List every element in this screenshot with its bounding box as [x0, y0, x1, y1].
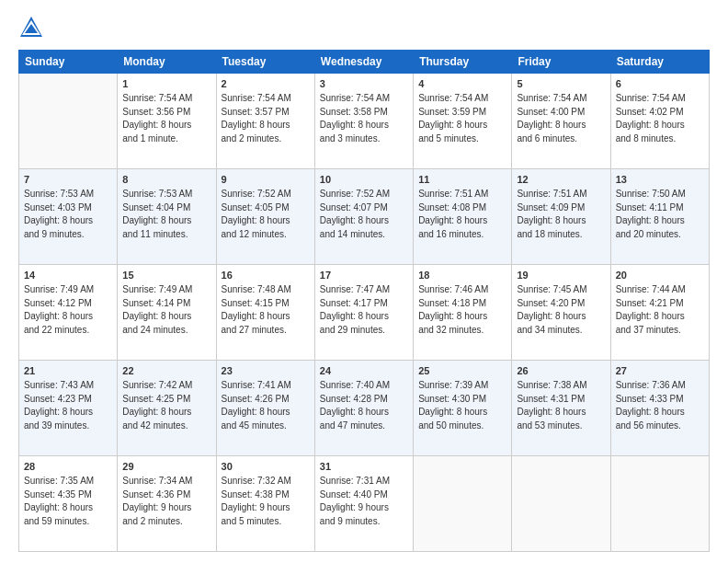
- calendar-header: SundayMondayTuesdayWednesdayThursdayFrid…: [19, 51, 710, 74]
- day-info: Sunrise: 7:51 AM Sunset: 4:09 PM Dayligh…: [517, 188, 605, 241]
- day-info: Sunrise: 7:52 AM Sunset: 4:05 PM Dayligh…: [222, 188, 310, 241]
- day-number: 5: [517, 77, 605, 91]
- day-number: 24: [320, 364, 408, 378]
- day-cell: 1Sunrise: 7:54 AM Sunset: 3:56 PM Daylig…: [118, 74, 216, 169]
- day-number: 17: [320, 269, 408, 282]
- day-number: 23: [222, 364, 310, 378]
- day-info: Sunrise: 7:45 AM Sunset: 4:20 PM Dayligh…: [517, 283, 605, 337]
- day-info: Sunrise: 7:43 AM Sunset: 4:23 PM Dayligh…: [24, 379, 112, 432]
- day-header: Monday: [118, 51, 216, 74]
- day-cell: 22Sunrise: 7:42 AM Sunset: 4:25 PM Dayli…: [118, 361, 216, 456]
- day-number: 26: [517, 364, 605, 378]
- day-info: Sunrise: 7:50 AM Sunset: 4:11 PM Dayligh…: [616, 188, 704, 241]
- week-row: 7Sunrise: 7:53 AM Sunset: 4:03 PM Daylig…: [19, 169, 710, 265]
- page: SundayMondayTuesdayWednesdayThursdayFrid…: [0, 0, 728, 563]
- day-number: 9: [222, 173, 310, 187]
- day-number: 22: [122, 364, 210, 378]
- day-info: Sunrise: 7:51 AM Sunset: 4:08 PM Dayligh…: [418, 188, 506, 241]
- day-cell: 25Sunrise: 7:39 AM Sunset: 4:30 PM Dayli…: [414, 361, 512, 456]
- day-number: 31: [320, 460, 408, 474]
- day-header: Tuesday: [216, 51, 314, 74]
- day-header: Wednesday: [314, 51, 413, 74]
- header: [18, 15, 710, 40]
- day-info: Sunrise: 7:31 AM Sunset: 4:40 PM Dayligh…: [320, 475, 408, 528]
- day-cell: 27Sunrise: 7:36 AM Sunset: 4:33 PM Dayli…: [610, 361, 709, 456]
- day-header: Sunday: [19, 51, 118, 74]
- day-info: Sunrise: 7:53 AM Sunset: 4:03 PM Dayligh…: [24, 188, 112, 241]
- day-info: Sunrise: 7:54 AM Sunset: 4:00 PM Dayligh…: [517, 92, 605, 145]
- header-row: SundayMondayTuesdayWednesdayThursdayFrid…: [19, 51, 710, 74]
- day-info: Sunrise: 7:54 AM Sunset: 3:57 PM Dayligh…: [222, 92, 310, 145]
- day-cell: 16Sunrise: 7:48 AM Sunset: 4:15 PM Dayli…: [216, 265, 314, 361]
- day-number: 12: [517, 173, 605, 187]
- day-number: 28: [24, 460, 112, 474]
- day-info: Sunrise: 7:54 AM Sunset: 4:02 PM Dayligh…: [616, 92, 704, 145]
- day-number: 16: [222, 269, 310, 282]
- day-cell: 28Sunrise: 7:35 AM Sunset: 4:35 PM Dayli…: [19, 456, 118, 552]
- day-info: Sunrise: 7:35 AM Sunset: 4:35 PM Dayligh…: [24, 475, 112, 528]
- day-number: 25: [418, 364, 506, 378]
- day-info: Sunrise: 7:38 AM Sunset: 4:31 PM Dayligh…: [517, 379, 605, 432]
- day-number: 2: [222, 77, 310, 91]
- day-cell: 9Sunrise: 7:52 AM Sunset: 4:05 PM Daylig…: [216, 169, 314, 265]
- day-cell: 5Sunrise: 7:54 AM Sunset: 4:00 PM Daylig…: [512, 74, 610, 169]
- day-info: Sunrise: 7:40 AM Sunset: 4:28 PM Dayligh…: [320, 379, 408, 432]
- day-cell: 31Sunrise: 7:31 AM Sunset: 4:40 PM Dayli…: [314, 456, 413, 552]
- day-info: Sunrise: 7:52 AM Sunset: 4:07 PM Dayligh…: [320, 188, 408, 241]
- day-number: 7: [24, 173, 112, 187]
- day-cell: 8Sunrise: 7:53 AM Sunset: 4:04 PM Daylig…: [118, 169, 216, 265]
- day-number: 18: [418, 269, 506, 282]
- day-info: Sunrise: 7:46 AM Sunset: 4:18 PM Dayligh…: [418, 283, 506, 337]
- day-number: 4: [418, 77, 506, 91]
- day-header: Friday: [512, 51, 610, 74]
- day-cell: 18Sunrise: 7:46 AM Sunset: 4:18 PM Dayli…: [414, 265, 512, 361]
- day-info: Sunrise: 7:48 AM Sunset: 4:15 PM Dayligh…: [222, 283, 310, 337]
- day-cell: 13Sunrise: 7:50 AM Sunset: 4:11 PM Dayli…: [610, 169, 709, 265]
- day-info: Sunrise: 7:49 AM Sunset: 4:14 PM Dayligh…: [122, 283, 210, 337]
- day-info: Sunrise: 7:54 AM Sunset: 3:58 PM Dayligh…: [320, 92, 408, 145]
- day-info: Sunrise: 7:54 AM Sunset: 3:59 PM Dayligh…: [418, 92, 506, 145]
- day-cell: 11Sunrise: 7:51 AM Sunset: 4:08 PM Dayli…: [414, 169, 512, 265]
- day-cell: [19, 74, 118, 169]
- day-number: 27: [616, 364, 704, 378]
- day-number: 29: [122, 460, 210, 474]
- day-cell: 24Sunrise: 7:40 AM Sunset: 4:28 PM Dayli…: [314, 361, 413, 456]
- day-number: 13: [616, 173, 704, 187]
- week-row: 1Sunrise: 7:54 AM Sunset: 3:56 PM Daylig…: [19, 74, 710, 169]
- week-row: 28Sunrise: 7:35 AM Sunset: 4:35 PM Dayli…: [19, 456, 710, 552]
- day-cell: [610, 456, 709, 552]
- day-info: Sunrise: 7:36 AM Sunset: 4:33 PM Dayligh…: [616, 379, 704, 432]
- day-info: Sunrise: 7:41 AM Sunset: 4:26 PM Dayligh…: [222, 379, 310, 432]
- day-info: Sunrise: 7:47 AM Sunset: 4:17 PM Dayligh…: [320, 283, 408, 337]
- day-number: 15: [122, 269, 210, 282]
- day-cell: 20Sunrise: 7:44 AM Sunset: 4:21 PM Dayli…: [610, 265, 709, 361]
- day-cell: 3Sunrise: 7:54 AM Sunset: 3:58 PM Daylig…: [314, 74, 413, 169]
- day-header: Thursday: [414, 51, 512, 74]
- day-info: Sunrise: 7:44 AM Sunset: 4:21 PM Dayligh…: [616, 283, 704, 337]
- day-cell: 30Sunrise: 7:32 AM Sunset: 4:38 PM Dayli…: [216, 456, 314, 552]
- day-number: 20: [616, 269, 704, 282]
- day-cell: 4Sunrise: 7:54 AM Sunset: 3:59 PM Daylig…: [414, 74, 512, 169]
- day-header: Saturday: [610, 51, 709, 74]
- day-cell: 7Sunrise: 7:53 AM Sunset: 4:03 PM Daylig…: [19, 169, 118, 265]
- day-cell: 17Sunrise: 7:47 AM Sunset: 4:17 PM Dayli…: [314, 265, 413, 361]
- day-number: 6: [616, 77, 704, 91]
- day-info: Sunrise: 7:39 AM Sunset: 4:30 PM Dayligh…: [418, 379, 506, 432]
- day-info: Sunrise: 7:53 AM Sunset: 4:04 PM Dayligh…: [122, 188, 210, 241]
- logo-icon: [18, 15, 44, 40]
- logo: [18, 15, 48, 40]
- day-info: Sunrise: 7:49 AM Sunset: 4:12 PM Dayligh…: [24, 283, 112, 337]
- day-info: Sunrise: 7:42 AM Sunset: 4:25 PM Dayligh…: [122, 379, 210, 432]
- day-info: Sunrise: 7:32 AM Sunset: 4:38 PM Dayligh…: [222, 475, 310, 528]
- day-number: 10: [320, 173, 408, 187]
- day-number: 8: [122, 173, 210, 187]
- day-number: 1: [122, 77, 210, 91]
- week-row: 21Sunrise: 7:43 AM Sunset: 4:23 PM Dayli…: [19, 361, 710, 456]
- day-cell: 15Sunrise: 7:49 AM Sunset: 4:14 PM Dayli…: [118, 265, 216, 361]
- day-number: 3: [320, 77, 408, 91]
- day-cell: 2Sunrise: 7:54 AM Sunset: 3:57 PM Daylig…: [216, 74, 314, 169]
- day-cell: [414, 456, 512, 552]
- calendar-body: 1Sunrise: 7:54 AM Sunset: 3:56 PM Daylig…: [19, 74, 710, 552]
- day-number: 21: [24, 364, 112, 378]
- day-cell: 12Sunrise: 7:51 AM Sunset: 4:09 PM Dayli…: [512, 169, 610, 265]
